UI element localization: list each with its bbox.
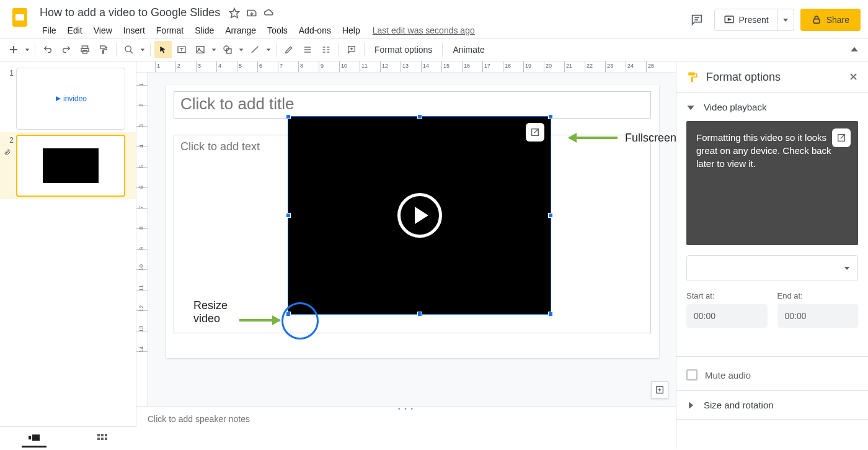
grid-view-icon[interactable] (90, 430, 115, 448)
fullscreen-icon[interactable] (526, 123, 544, 142)
resize-handle[interactable] (417, 114, 422, 119)
format-options-button[interactable]: Format options (368, 45, 438, 55)
checkbox-icon[interactable] (686, 369, 698, 380)
last-edit[interactable]: Last edit was seconds ago (373, 25, 475, 35)
svg-rect-44 (32, 434, 40, 441)
highlighter-icon[interactable] (280, 41, 298, 58)
resize-handle[interactable] (417, 312, 422, 317)
star-icon[interactable] (229, 7, 240, 19)
resize-handle[interactable] (286, 114, 291, 119)
present-dropdown[interactable] (777, 9, 794, 30)
svg-marker-27 (239, 48, 243, 51)
menu-addons[interactable]: Add-ons (294, 23, 336, 38)
collapse-toolbar-icon[interactable] (846, 41, 863, 58)
svg-marker-29 (267, 48, 270, 51)
svg-marker-11 (25, 48, 29, 51)
resize-handle[interactable] (286, 213, 291, 218)
annotation-fullscreen: Fullscreen (625, 132, 676, 145)
menu-help[interactable]: Help (337, 23, 365, 38)
open-external-icon[interactable] (832, 128, 851, 147)
doc-title[interactable]: How to add a video to Google Slides (37, 5, 223, 20)
slide-thumbnail[interactable]: 1 invideo (0, 65, 136, 132)
view-switcher (0, 426, 136, 449)
explore-icon[interactable] (651, 381, 668, 398)
line-icon[interactable] (246, 41, 264, 58)
svg-marker-6 (728, 19, 731, 20)
start-at-input[interactable] (686, 304, 768, 328)
animate-button[interactable]: Animate (446, 45, 490, 55)
panel-title: Format options (706, 71, 841, 84)
video-preview: Formatting this video so it looks great … (686, 121, 858, 245)
svg-marker-18 (141, 48, 144, 51)
textbox-icon[interactable] (173, 41, 190, 58)
line-dropdown[interactable] (265, 47, 272, 52)
canvas-area: 1234567891011121314151617181920212223242… (136, 61, 676, 449)
svg-marker-58 (689, 402, 693, 408)
svg-line-17 (130, 51, 133, 53)
new-slide-dropdown[interactable] (24, 47, 31, 52)
shape-dropdown[interactable] (237, 47, 245, 52)
menu-insert[interactable]: Insert (118, 23, 150, 38)
move-icon[interactable] (246, 7, 257, 19)
new-slide-icon[interactable] (5, 41, 22, 58)
slide-canvas[interactable]: Click to add title Click to add text (148, 73, 676, 406)
redo-icon[interactable] (58, 41, 75, 58)
attachment-icon (4, 147, 14, 156)
print-icon[interactable] (76, 41, 94, 58)
image-icon[interactable] (192, 41, 209, 58)
slides-logo[interactable] (7, 5, 32, 30)
slide-thumbnail[interactable]: 2 (0, 132, 136, 199)
present-button: Present (714, 9, 794, 31)
resize-handle[interactable] (548, 312, 553, 317)
svg-marker-2 (230, 8, 239, 17)
video-playback-section[interactable]: Video playback (676, 93, 868, 121)
paint-format-icon[interactable] (95, 41, 112, 58)
grid-icon[interactable] (317, 41, 335, 58)
end-at-input[interactable] (777, 304, 859, 328)
menu-edit[interactable]: Edit (63, 23, 87, 38)
zoom-icon[interactable] (120, 41, 138, 58)
svg-marker-57 (844, 267, 849, 270)
filmstrip-view-icon[interactable] (22, 430, 46, 448)
shape-icon[interactable] (219, 41, 236, 58)
resize-handle[interactable] (548, 213, 553, 218)
svg-rect-50 (105, 438, 107, 440)
comment-add-icon[interactable] (343, 41, 360, 58)
size-rotation-section[interactable]: Size and rotation (676, 391, 868, 419)
zoom-dropdown[interactable] (139, 47, 146, 52)
menu-view[interactable]: View (89, 23, 117, 38)
format-options-icon (686, 71, 699, 83)
cloud-icon[interactable] (264, 7, 275, 19)
svg-marker-41 (851, 47, 857, 52)
circle-annotation (281, 302, 319, 340)
align-icon[interactable] (299, 41, 316, 58)
menu-arrange[interactable]: Arrange (220, 23, 261, 38)
mute-audio-row[interactable]: Mute audio (676, 356, 868, 390)
svg-rect-1 (16, 14, 24, 20)
svg-line-28 (252, 47, 259, 53)
svg-rect-46 (101, 434, 104, 436)
svg-rect-47 (105, 434, 107, 436)
svg-rect-26 (227, 49, 231, 53)
undo-icon[interactable] (39, 41, 56, 58)
format-options-panel: Format options ✕ Video playback Formatti… (676, 61, 868, 449)
filmstrip: 1 invideo 2 (0, 61, 136, 449)
share-button[interactable]: Share (800, 9, 861, 31)
svg-rect-43 (29, 436, 31, 439)
menu-slide[interactable]: Slide (190, 23, 219, 38)
playback-mode-select[interactable] (686, 255, 858, 281)
speaker-notes[interactable]: • • • Click to add speaker notes (136, 406, 676, 449)
start-at-label: Start at: (686, 291, 768, 300)
menu-file[interactable]: File (37, 23, 61, 38)
comments-icon[interactable] (686, 9, 708, 31)
resize-handle[interactable] (548, 114, 553, 119)
drag-handle-icon[interactable]: • • • (398, 405, 414, 412)
close-icon[interactable]: ✕ (849, 70, 858, 84)
select-tool-icon[interactable] (154, 41, 172, 58)
video-object[interactable] (288, 116, 551, 315)
menu-format[interactable]: Format (151, 23, 188, 38)
image-dropdown[interactable] (210, 47, 218, 52)
play-icon[interactable] (397, 193, 442, 238)
title-placeholder[interactable]: Click to add title (174, 91, 651, 119)
menu-tools[interactable]: Tools (262, 23, 293, 38)
